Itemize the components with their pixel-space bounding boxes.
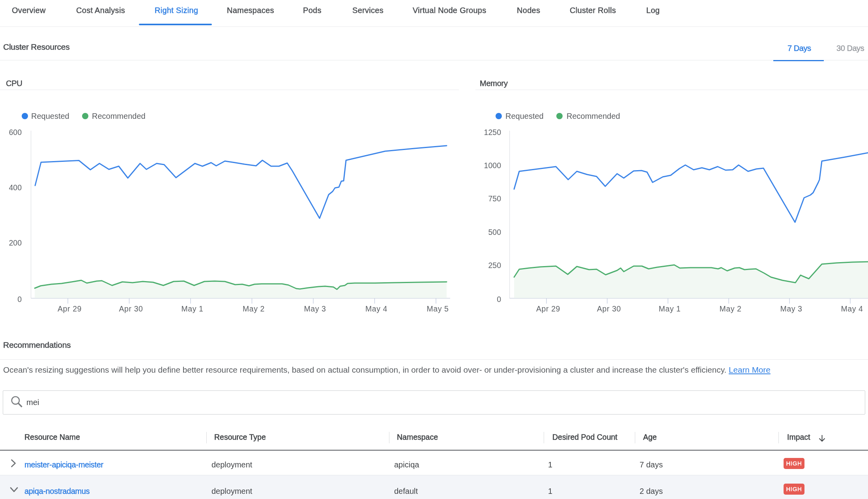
svg-text:500: 500 [488, 228, 501, 236]
svg-text:May 2: May 2 [719, 304, 741, 313]
svg-text:400: 400 [9, 183, 22, 192]
svg-text:0: 0 [17, 295, 22, 304]
svg-text:1250: 1250 [484, 128, 501, 137]
svg-text:May 4: May 4 [841, 304, 863, 313]
svg-text:May 5: May 5 [427, 304, 449, 313]
svg-text:200: 200 [9, 238, 22, 247]
svg-text:May 3: May 3 [304, 304, 326, 313]
svg-text:Apr 30: Apr 30 [597, 304, 621, 313]
svg-text:0: 0 [497, 295, 501, 304]
svg-text:750: 750 [488, 194, 501, 203]
svg-text:May 4: May 4 [365, 304, 387, 313]
svg-text:600: 600 [9, 128, 22, 137]
svg-text:May 2: May 2 [243, 304, 265, 313]
svg-text:May 1: May 1 [181, 304, 203, 313]
svg-text:May 3: May 3 [780, 304, 802, 313]
svg-text:250: 250 [488, 261, 501, 270]
svg-text:Apr 30: Apr 30 [119, 304, 143, 313]
svg-text:Apr 29: Apr 29 [536, 304, 560, 313]
svg-text:May 1: May 1 [658, 304, 681, 313]
svg-text:1000: 1000 [484, 161, 501, 170]
svg-text:Apr 29: Apr 29 [58, 304, 82, 313]
